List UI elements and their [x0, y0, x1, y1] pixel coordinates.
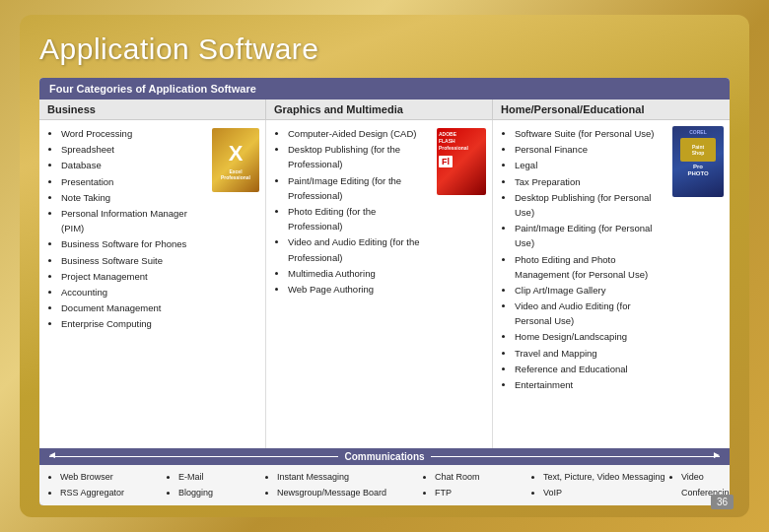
communications-label: Communications — [344, 451, 424, 462]
col-header-home: Home/Personal/Educational — [493, 100, 730, 119]
list-item: Web Browser — [60, 470, 166, 485]
list-item: Document Management — [61, 300, 206, 315]
columns-header: Business Graphics and Multimedia Home/Pe… — [39, 100, 730, 120]
comm-col-2: E-Mail Blogging — [166, 470, 264, 500]
list-item: Presentation — [61, 174, 206, 189]
communications-section: Communications Web Browser RSS Aggregato… — [39, 448, 730, 505]
flash-label: ADOBEFLASHProfessional — [439, 131, 468, 152]
list-item: Web Page Authoring — [288, 282, 431, 297]
corel-product-image: COREL PaintShop ProPHOTO — [672, 126, 724, 197]
corel-product-name: ProPHOTO — [687, 164, 708, 177]
comm-col-4: Chat Room FTP — [422, 470, 530, 500]
slide-title: Application Software — [39, 33, 730, 66]
columns-body: Word Processing Spreadsheet Database Pre… — [39, 120, 730, 448]
comm-col-1: Web Browser RSS Aggregator — [47, 470, 166, 500]
list-item: Paint/Image Editing (for Personal Use) — [515, 221, 664, 250]
list-item: Photo Editing and Photo Management (for … — [515, 252, 664, 282]
list-item: Tax Preparation — [515, 174, 664, 189]
list-item: Personal Information Manager (PIM) — [61, 206, 206, 235]
corel-photo-icon: PaintShop — [680, 138, 716, 162]
list-item: Enterprise Computing — [61, 316, 206, 331]
flash-icon: Fl — [439, 156, 453, 167]
communications-arrow-row: Communications — [39, 448, 730, 465]
business-list: Word Processing Spreadsheet Database Pre… — [47, 126, 206, 331]
list-item: Photo Editing (for the Professional) — [288, 204, 431, 233]
list-item: Word Processing — [61, 126, 206, 141]
list-item: Database — [61, 158, 206, 172]
excel-label: ExcelProfessional — [221, 168, 250, 180]
communications-items: Web Browser RSS Aggregator E-Mail Bloggi… — [39, 465, 730, 505]
list-item: Video and Audio Editing (for Personal Us… — [515, 299, 664, 328]
home-list: Software Suite (for Personal Use) Person… — [501, 126, 664, 392]
list-item: Newsgroup/Message Board — [277, 486, 422, 500]
graphics-list: Computer-Aided Design (CAD) Desktop Publ… — [274, 126, 431, 297]
table-header: Four Categories of Application Software — [39, 78, 730, 100]
list-item: Travel and Mapping — [515, 346, 664, 361]
list-item: E-Mail — [178, 470, 264, 485]
list-item: Accounting — [61, 285, 206, 299]
list-item: Video and Audio Editing (for the Profess… — [288, 234, 431, 264]
comm-col-3: Instant Messaging Newsgroup/Message Boar… — [264, 470, 422, 500]
list-item: Blogging — [178, 486, 264, 500]
main-table: Four Categories of Application Software … — [39, 78, 730, 505]
col-body-business: Word Processing Spreadsheet Database Pre… — [39, 120, 266, 448]
list-item: RSS Aggregator — [60, 486, 166, 500]
list-item: VoIP — [543, 486, 668, 500]
slide: Application Software Four Categories of … — [20, 15, 749, 517]
list-item: Legal — [515, 158, 664, 172]
list-item: Paint/Image Editing (for the Professiona… — [288, 173, 431, 203]
list-item: Reference and Educational — [515, 362, 664, 376]
list-item: Software Suite (for Personal Use) — [515, 126, 664, 141]
list-item: Text, Picture, Video Messaging — [543, 470, 668, 485]
comm-col-5: Text, Picture, Video Messaging VoIP — [530, 470, 668, 500]
list-item: Chat Room — [435, 470, 530, 485]
list-item: Multimedia Authoring — [288, 266, 431, 281]
list-item: Instant Messaging — [277, 470, 422, 485]
col-body-graphics: Computer-Aided Design (CAD) Desktop Publ… — [266, 120, 493, 448]
list-item: Desktop Publishing (for the Professional… — [288, 142, 431, 171]
slide-number: 36 — [711, 495, 734, 509]
list-item: Note Taking — [61, 190, 206, 205]
col-header-graphics: Graphics and Multimedia — [266, 100, 493, 119]
list-item: Business Software for Phones — [61, 236, 206, 251]
col-body-home: Software Suite (for Personal Use) Person… — [493, 120, 730, 448]
list-item: FTP — [435, 486, 530, 500]
col-header-business: Business — [39, 100, 266, 119]
list-item: Project Management — [61, 269, 206, 284]
list-item: Desktop Publishing (for Personal Use) — [515, 190, 664, 220]
list-item: Business Software Suite — [61, 253, 206, 268]
list-item: Clip Art/Image Gallery — [515, 283, 664, 298]
flash-product-image: ADOBEFLASHProfessional Fl — [437, 128, 486, 195]
excel-icon: X — [229, 141, 244, 166]
list-item: Personal Finance — [515, 142, 664, 157]
list-item: Entertainment — [515, 377, 664, 392]
list-item: Spreadsheet — [61, 142, 206, 157]
list-item: Home Design/Landscaping — [515, 329, 664, 344]
corel-brand: COREL — [689, 129, 707, 136]
list-item: Computer-Aided Design (CAD) — [288, 126, 431, 141]
business-product-image: X ExcelProfessional — [212, 128, 259, 192]
arrow-left — [49, 456, 338, 457]
arrow-right — [431, 456, 720, 457]
